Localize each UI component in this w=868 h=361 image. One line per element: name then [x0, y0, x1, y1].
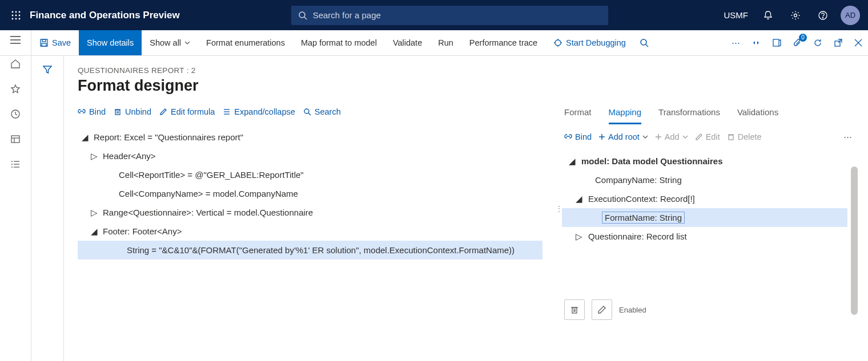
filter-icon[interactable]	[43, 65, 52, 361]
unbind-button[interactable]: Unbind	[114, 107, 151, 116]
modules-icon[interactable]	[10, 159, 21, 169]
svg-rect-43	[115, 110, 120, 115]
svg-point-4	[15, 14, 17, 16]
svg-line-51	[308, 113, 311, 115]
svg-rect-56	[729, 135, 733, 140]
save-label: Save	[52, 38, 71, 47]
app-title: Finance and Operations Preview	[30, 10, 180, 21]
filter-column	[31, 56, 64, 361]
add-root-button[interactable]: Add root	[598, 132, 648, 141]
vertical-scrollbar[interactable]	[851, 167, 858, 315]
svg-marker-37	[753, 41, 755, 44]
tab-mapping[interactable]: Mapping	[609, 107, 642, 124]
add-button: Add	[655, 132, 688, 141]
attachments-badge: 0	[799, 34, 807, 42]
tree-node[interactable]: ▷Header<Any>	[78, 147, 542, 165]
refresh-icon[interactable]	[807, 30, 828, 55]
trash-button[interactable]	[564, 299, 585, 320]
expand-collapse-button[interactable]: Expand/collapse	[223, 107, 295, 116]
tree-search-button[interactable]: Search	[303, 107, 341, 116]
action-bar: Save Show details Show all Format enumer…	[0, 30, 868, 56]
svg-rect-18	[11, 136, 19, 143]
show-all-button[interactable]: Show all	[142, 30, 198, 55]
help-icon[interactable]	[810, 0, 836, 30]
svg-rect-58	[572, 308, 577, 313]
svg-point-11	[794, 14, 797, 17]
hamburger-icon[interactable]	[10, 36, 21, 44]
svg-point-50	[304, 109, 309, 113]
edit-icon-button[interactable]	[592, 299, 612, 320]
svg-point-7	[15, 18, 17, 19]
tree-node[interactable]: ◢Report: Excel = "Questionnaires report"	[78, 128, 542, 147]
close-icon[interactable]	[849, 30, 868, 55]
app-launcher-icon[interactable]	[5, 11, 27, 20]
mapping-tree: ◢model: Data model Questionnaires Compan…	[562, 152, 868, 246]
svg-rect-28	[42, 39, 46, 42]
popout-icon[interactable]	[828, 30, 849, 55]
settings-icon[interactable]	[782, 0, 809, 30]
svg-point-13	[822, 17, 823, 18]
format-tree: ◢Report: Excel = "Questionnaires report"…	[78, 128, 542, 259]
rbind-button[interactable]: Bind	[564, 132, 592, 141]
attachments-icon[interactable]: 0	[787, 30, 807, 55]
tab-validations[interactable]: Validations	[737, 107, 778, 124]
more-icon[interactable]: ⋯	[726, 30, 746, 55]
rtree-node[interactable]: ◢model: Data model Questionnaires	[562, 152, 847, 171]
svg-point-30	[555, 40, 561, 46]
mapping-footer: Enabled	[562, 291, 868, 320]
show-details-button[interactable]: Show details	[79, 30, 142, 55]
svg-marker-38	[757, 41, 759, 44]
edit-button: Edit	[695, 132, 720, 141]
tree-node[interactable]: Cell<CompanyName> = model.CompanyName	[78, 184, 542, 203]
rtree-node-selected[interactable]: FormatName: String	[562, 208, 847, 227]
mapping-more-icon[interactable]: ⋯	[843, 132, 866, 141]
favorites-icon[interactable]	[10, 84, 21, 94]
svg-point-3	[12, 14, 14, 16]
search-input[interactable]	[313, 10, 601, 20]
office-icon[interactable]	[766, 30, 787, 55]
format-enumerations-button[interactable]: Format enumerations	[198, 30, 293, 55]
svg-point-35	[641, 39, 646, 45]
mapping-toolbar: Bind Add root Add Edit Delete ⋯	[562, 124, 868, 141]
tree-node[interactable]: Cell<ReportTitle> = @"GER_LABEL:ReportTi…	[78, 165, 542, 184]
svg-rect-39	[773, 39, 779, 46]
run-button[interactable]: Run	[430, 30, 461, 55]
svg-point-5	[19, 14, 21, 16]
enabled-label: Enabled	[619, 306, 646, 314]
breadcrumb: QUESTIONNAIRES REPORT : 2	[78, 66, 542, 75]
home-icon[interactable]	[10, 59, 21, 69]
mapping-pane: Format Mapping Transformations Validatio…	[562, 56, 868, 361]
rtree-node[interactable]: ▷Questionnaire: Record list	[562, 227, 847, 246]
tree-node[interactable]: ▷Range<Questionnaire>: Vertical = model.…	[78, 203, 542, 222]
company-selector[interactable]: USMF	[718, 0, 754, 30]
svg-line-10	[304, 17, 307, 19]
tab-format[interactable]: Format	[564, 107, 592, 124]
tab-transformations[interactable]: Transformations	[658, 107, 720, 124]
tree-node-selected[interactable]: String = "&C&10"&(FORMAT("Generated by'%…	[78, 241, 542, 259]
find-icon[interactable]	[634, 30, 654, 55]
splitter-handle[interactable]	[556, 56, 562, 361]
global-search[interactable]	[291, 6, 608, 25]
validate-button[interactable]: Validate	[385, 30, 430, 55]
top-navbar: Finance and Operations Preview USMF AD	[0, 0, 868, 30]
save-button[interactable]: Save	[31, 30, 79, 55]
tree-toolbar: Bind Unbind Edit formula Expand/collapse…	[78, 107, 542, 116]
recent-icon[interactable]	[10, 109, 21, 119]
perf-trace-button[interactable]: Performance trace	[461, 30, 545, 55]
map-format-button[interactable]: Map format to model	[293, 30, 385, 55]
svg-point-8	[19, 18, 21, 19]
start-debugging-button[interactable]: Start Debugging	[545, 30, 634, 55]
right-tabs: Format Mapping Transformations Validatio…	[562, 107, 868, 124]
svg-point-6	[12, 18, 14, 19]
notifications-icon[interactable]	[755, 0, 781, 30]
tree-node[interactable]: ◢Footer: Footer<Any>	[78, 222, 542, 241]
code-icon[interactable]	[746, 30, 766, 55]
format-tree-pane: QUESTIONNAIRES REPORT : 2 Format designe…	[64, 56, 556, 361]
workspace-icon[interactable]	[10, 134, 21, 144]
svg-point-0	[12, 11, 14, 13]
edit-formula-button[interactable]: Edit formula	[159, 107, 215, 116]
rtree-node[interactable]: CompanyName: String	[562, 171, 847, 189]
bind-button[interactable]: Bind	[78, 107, 106, 116]
rtree-node[interactable]: ◢ExecutionContext: Record[!]	[562, 189, 847, 208]
user-avatar[interactable]: AD	[837, 0, 863, 30]
